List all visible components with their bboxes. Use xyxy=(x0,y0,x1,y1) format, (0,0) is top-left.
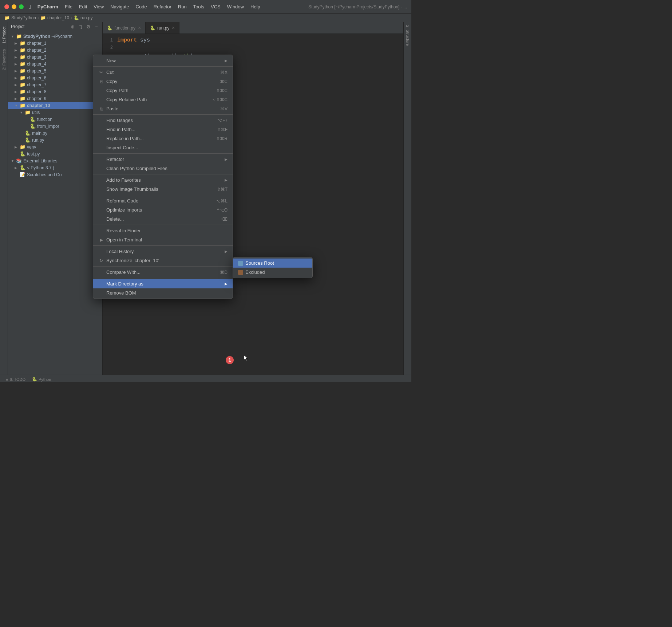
ctx-submenu-excluded[interactable]: Excluded xyxy=(233,268,312,277)
submenu-arrow-refactor: ▶ xyxy=(225,157,228,161)
ctx-item-mark-directory[interactable]: Mark Directory as ▶ Sources Root Exclude… xyxy=(93,279,233,288)
separator-1 xyxy=(93,66,233,67)
submenu-arrow-new: ▶ xyxy=(225,59,228,63)
ctx-item-remove-bom[interactable]: Remove BOM xyxy=(93,288,233,297)
separator-7 xyxy=(93,245,233,246)
ctx-item-open-terminal[interactable]: ▶ Open in Terminal xyxy=(93,235,233,244)
ctx-item-reformat[interactable]: Reformat Code ⌥⌘L xyxy=(93,196,233,205)
ctx-item-replace-in-path[interactable]: Replace in Path... ⇧⌘R xyxy=(93,134,233,143)
ctx-item-copy-path[interactable]: Copy Path ⇧⌘C xyxy=(93,86,233,95)
ctx-item-new[interactable]: New ▶ xyxy=(93,56,233,65)
separator-2 xyxy=(93,114,233,115)
sources-root-icon xyxy=(238,261,243,266)
paste-icon: ⎘ xyxy=(98,106,104,111)
ctx-item-find-usages[interactable]: Find Usages ⌥F7 xyxy=(93,116,233,125)
ctx-item-delete[interactable]: Delete... ⌫ xyxy=(93,214,233,224)
submenu-arrow-history: ▶ xyxy=(225,249,228,253)
separator-5 xyxy=(93,195,233,195)
separator-8 xyxy=(93,266,233,267)
mark-directory-submenu: Sources Root Excluded xyxy=(233,257,313,278)
ctx-item-reveal-finder[interactable]: Reveal in Finder xyxy=(93,226,233,235)
mouse-cursor xyxy=(244,355,248,362)
ctx-submenu-sources-root[interactable]: Sources Root xyxy=(233,259,312,268)
separator-4 xyxy=(93,174,233,174)
app-container:  PyCharm File Edit View Navigate Code R… xyxy=(0,0,411,382)
ctx-item-synchronize[interactable]: ↻ Synchronize 'chapter_10' xyxy=(93,256,233,265)
ctx-item-clean-python[interactable]: Clean Python Compiled Files xyxy=(93,164,233,173)
ctx-item-compare-with[interactable]: Compare With... ⌘D xyxy=(93,268,233,277)
sync-icon: ↻ xyxy=(98,258,104,263)
ctx-item-show-thumbnails[interactable]: Show Image Thumbnails ⇧⌘T xyxy=(93,185,233,194)
ctx-item-refactor[interactable]: Refactor ▶ xyxy=(93,155,233,164)
ctx-item-copy[interactable]: ⎘ Copy ⌘C xyxy=(93,77,233,86)
terminal-icon: ▶ xyxy=(98,237,104,242)
excluded-icon xyxy=(238,270,243,275)
cut-icon: ✂ xyxy=(98,70,104,75)
submenu-arrow-mark: ▶ xyxy=(225,282,228,286)
context-menu-overlay[interactable]: New ▶ ✂ Cut ⌘X ⎘ Copy ⌘C Copy Path ⇧⌘C xyxy=(0,0,411,382)
ctx-item-inspect-code[interactable]: Inspect Code... xyxy=(93,143,233,152)
ctx-item-optimize-imports[interactable]: Optimize Imports ^⌥O xyxy=(93,205,233,214)
notification-badge: 1 xyxy=(226,356,234,364)
separator-6 xyxy=(93,225,233,225)
ctx-item-local-history[interactable]: Local History ▶ xyxy=(93,247,233,256)
ctx-item-paste[interactable]: ⎘ Paste ⌘V xyxy=(93,104,233,113)
separator-9 xyxy=(93,278,233,278)
separator-3 xyxy=(93,153,233,154)
submenu-arrow-favorites: ▶ xyxy=(225,178,228,182)
ctx-item-copy-relative-path[interactable]: Copy Relative Path ⌥⇧⌘C xyxy=(93,95,233,104)
context-menu: New ▶ ✂ Cut ⌘X ⎘ Copy ⌘C Copy Path ⇧⌘C xyxy=(93,55,233,299)
ctx-item-find-in-path[interactable]: Find in Path... ⇧⌘F xyxy=(93,125,233,134)
ctx-item-add-favorites[interactable]: Add to Favorites ▶ xyxy=(93,176,233,185)
ctx-item-cut[interactable]: ✂ Cut ⌘X xyxy=(93,68,233,77)
copy-icon: ⎘ xyxy=(98,79,104,84)
